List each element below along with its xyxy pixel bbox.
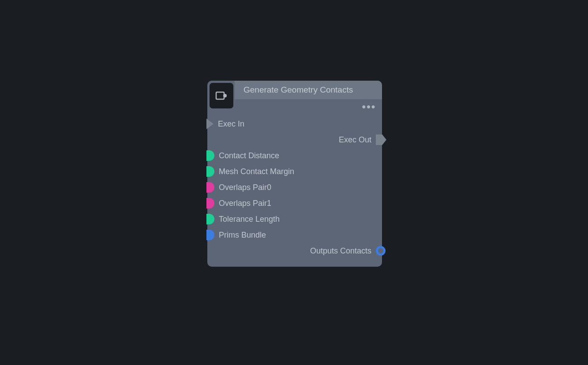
input-port-overlaps-pair0[interactable]: Overlaps Pair0	[207, 179, 382, 195]
node-title-bar: Generate Geometry Contacts	[235, 81, 382, 99]
port-connector-icon	[206, 166, 214, 177]
port-label: Outputs Contacts	[310, 246, 371, 256]
port-connector-icon	[206, 214, 214, 224]
input-port-tolerance-length[interactable]: Tolerance Length	[207, 211, 382, 227]
port-connector-icon	[206, 230, 214, 240]
node-header: Generate Geometry Contacts ●●●	[207, 81, 382, 111]
port-label: Contact Distance	[219, 151, 279, 160]
input-port-exec-in[interactable]: Exec In	[207, 116, 382, 132]
port-label: Tolerance Length	[219, 215, 280, 224]
port-label: Exec Out	[339, 135, 371, 145]
node-title: Generate Geometry Contacts	[243, 85, 353, 95]
port-connector-icon	[206, 150, 214, 161]
graph-node[interactable]: Generate Geometry Contacts ●●● Exec In E…	[207, 81, 382, 267]
node-menu-icon[interactable]: ●●●	[362, 103, 376, 111]
port-connector-icon	[206, 182, 214, 193]
svg-point-1	[223, 94, 227, 97]
input-port-mesh-contact-margin[interactable]: Mesh Contact Margin	[207, 164, 382, 179]
port-label: Overlaps Pair0	[219, 183, 271, 192]
node-type-icon	[208, 82, 235, 110]
port-label: Overlaps Pair1	[219, 199, 271, 208]
input-port-overlaps-pair1[interactable]: Overlaps Pair1	[207, 195, 382, 211]
input-port-prims-bundle[interactable]: Prims Bundle	[207, 227, 382, 243]
exec-in-icon	[206, 119, 213, 129]
port-connector-ring-icon	[376, 246, 386, 256]
node-body: Exec In Exec Out Contact Distance Mesh C…	[207, 111, 382, 267]
port-connector-icon	[206, 198, 214, 209]
port-label: Mesh Contact Margin	[219, 167, 294, 176]
port-label: Exec In	[218, 119, 244, 129]
output-port-outputs-contacts[interactable]: Outputs Contacts	[207, 243, 382, 259]
exec-out-icon	[376, 134, 386, 145]
svg-rect-0	[216, 92, 224, 99]
output-port-exec-out[interactable]: Exec Out	[207, 132, 382, 148]
port-label: Prims Bundle	[219, 231, 266, 240]
input-port-contact-distance[interactable]: Contact Distance	[207, 148, 382, 164]
